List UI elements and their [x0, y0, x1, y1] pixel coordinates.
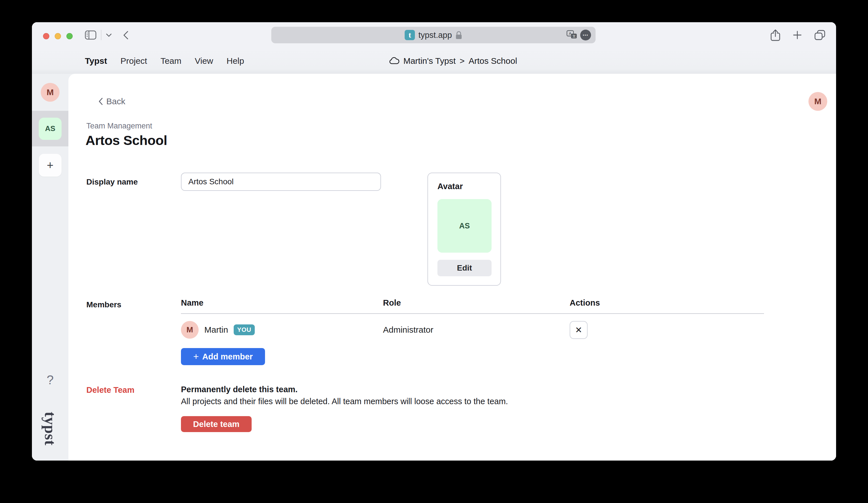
cloud-icon [389, 57, 399, 65]
delete-warning-body: All projects and their files will be del… [181, 397, 508, 406]
menu-help[interactable]: Help [227, 56, 244, 66]
back-navigation-icon[interactable] [123, 31, 128, 40]
team-sidebar: M AS + ? typst [32, 74, 69, 461]
menu-project[interactable]: Project [121, 56, 147, 66]
team-avatar-preview: AS [437, 199, 492, 253]
toolbar-right-group [771, 22, 825, 48]
zoom-window-button[interactable] [66, 33, 73, 39]
breadcrumb: Martin's Typst > Artos School [389, 48, 517, 74]
members-table-header: Name Role Actions [181, 298, 764, 314]
add-member-button[interactable]: + Add member [181, 348, 265, 365]
minimize-window-button[interactable] [55, 33, 61, 39]
workspace-initial: M [47, 87, 54, 97]
member-name-cell: M Martin YOU [181, 321, 383, 339]
team-avatar-initials: AS [459, 222, 470, 230]
toolbar-divider [101, 30, 102, 40]
menu-view[interactable]: View [195, 56, 213, 66]
urlbar-right-group: A 文 ••• [567, 30, 591, 40]
add-member-label: Add member [202, 352, 253, 361]
share-icon[interactable] [771, 29, 780, 41]
app-menubar: Typst Project Team View Help Martin's Ty… [32, 48, 836, 74]
sidebar-item-team-selected[interactable]: AS [32, 111, 69, 146]
delete-warning-title: Permanently delete this team. [181, 385, 298, 394]
edit-avatar-label: Edit [457, 263, 472, 273]
app-body: M AS + ? typst [32, 74, 836, 461]
menu-typst[interactable]: Typst [85, 56, 107, 66]
breadcrumb-workspace[interactable]: Martin's Typst [403, 56, 456, 66]
avatar-card: Avatar AS Edit [427, 172, 501, 286]
favicon-letter: t [409, 31, 411, 40]
delete-team-button-label: Delete team [193, 420, 240, 429]
member-avatar: M [181, 321, 199, 339]
toolbar-left-group [85, 22, 128, 48]
account-initial: M [814, 96, 822, 106]
desktop-background: t typst.app A 文 [0, 0, 868, 503]
back-link[interactable]: Back [99, 96, 125, 106]
help-icon: ? [47, 373, 54, 387]
plus-icon: + [47, 159, 53, 172]
menu-team[interactable]: Team [161, 56, 181, 66]
typst-wordmark: typst [41, 411, 59, 446]
members-label: Members [86, 300, 121, 309]
plus-icon: + [193, 352, 199, 361]
extensions-menu-icon[interactable]: ••• [580, 30, 591, 40]
column-name: Name [181, 298, 383, 307]
breadcrumb-page[interactable]: Artos School [469, 56, 517, 66]
chevron-down-icon[interactable] [106, 33, 112, 37]
lock-icon [455, 31, 462, 40]
display-name-label: Display name [86, 177, 138, 187]
sidebar-toggle-icon[interactable] [85, 31, 96, 40]
page-title: Artos School [85, 133, 167, 148]
url-text: typst.app [418, 31, 452, 40]
translate-icon[interactable]: A 文 [567, 30, 577, 40]
site-favicon: t [405, 30, 415, 40]
display-name-input[interactable] [181, 172, 381, 191]
chevron-left-icon [99, 98, 103, 105]
traffic-lights [43, 33, 73, 39]
browser-window: t typst.app A 文 [32, 22, 836, 461]
ellipsis-glyph: ••• [583, 33, 588, 37]
team-initials: AS [45, 124, 55, 133]
url-bar[interactable]: t typst.app A 文 [271, 27, 596, 43]
back-label: Back [106, 96, 125, 106]
avatar-card-title: Avatar [437, 182, 491, 191]
add-team-button[interactable]: + [39, 154, 62, 177]
close-icon: ✕ [575, 325, 582, 335]
typst-logo: typst [32, 405, 69, 453]
remove-member-button[interactable]: ✕ [570, 321, 588, 339]
app-menus: Typst Project Team View Help [85, 48, 244, 74]
column-actions: Actions [570, 298, 764, 307]
sidebar-item-personal-workspace[interactable]: M [41, 83, 60, 102]
delete-team-button[interactable]: Delete team [181, 416, 252, 432]
you-badge: YOU [234, 324, 255, 335]
svg-text:文: 文 [572, 34, 576, 38]
content-area: Back M Team Management Artos School Disp… [69, 74, 836, 461]
browser-toolbar: t typst.app A 文 [32, 22, 836, 48]
member-initial: M [186, 325, 193, 334]
delete-team-label: Delete Team [86, 385, 134, 395]
member-row: M Martin YOU Administrator ✕ [181, 314, 764, 346]
team-avatar: AS [39, 118, 62, 140]
section-label: Team Management [86, 122, 152, 130]
member-name: Martin [204, 325, 228, 335]
breadcrumb-separator: > [459, 56, 465, 66]
account-avatar[interactable]: M [808, 92, 827, 111]
column-role: Role [383, 298, 570, 307]
help-button[interactable]: ? [32, 373, 69, 387]
tab-overview-icon[interactable] [814, 30, 825, 40]
edit-avatar-button[interactable]: Edit [437, 260, 492, 276]
members-table: Name Role Actions M Martin YOU Administr… [181, 298, 764, 346]
member-role: Administrator [383, 325, 570, 335]
close-window-button[interactable] [43, 33, 49, 39]
new-tab-icon[interactable] [793, 31, 802, 40]
